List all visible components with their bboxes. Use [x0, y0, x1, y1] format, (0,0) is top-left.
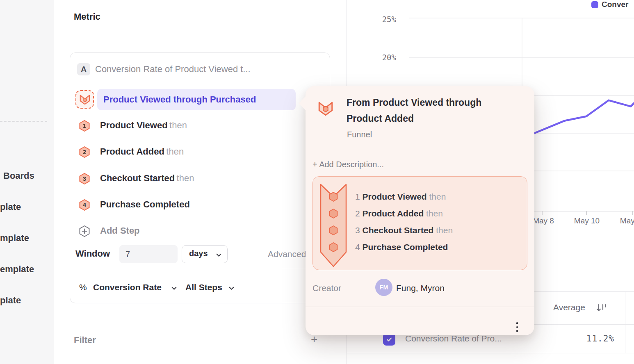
metric-panel-title: Metric: [74, 11, 100, 22]
sidebar-item-boards[interactable]: Boards: [3, 170, 34, 182]
window-unit-value: days: [189, 249, 208, 258]
measure-primary-dropdown[interactable]: Conversion Rate: [93, 282, 162, 292]
step-2-row[interactable]: Product Added then: [100, 146, 184, 157]
step-3-number: 3: [79, 173, 90, 185]
step-4-badge: 4: [79, 199, 90, 211]
sidebar-item-template-3[interactable]: emplate: [0, 263, 34, 275]
app-screen: Boards plate mplate emplate plate Metric…: [0, 0, 634, 364]
funnel-event-icon-box[interactable]: [75, 90, 94, 109]
creator-avatar: FM: [375, 279, 392, 296]
window-label: Window: [75, 248, 110, 259]
x-axis-tick-may12: May 12: [616, 216, 634, 225]
funnel-banner-icon: [319, 183, 347, 268]
window-value-input[interactable]: 7: [119, 245, 178, 263]
creator-label: Creator: [312, 283, 341, 293]
creator-name: Fung, Myron: [396, 283, 445, 293]
funnel-icon: [79, 93, 91, 106]
metric-card: A Conversion Rate of Product Viewed t...…: [70, 52, 330, 303]
step-2-number: 2: [79, 146, 90, 158]
chevron-down-icon[interactable]: [229, 287, 234, 290]
popover-title: From Product Viewed through Product Adde…: [347, 95, 511, 127]
series-a-badge: A: [77, 63, 90, 75]
funnel-steps-summary-box: 1 Product Viewed then 2 Product Added th…: [312, 176, 527, 270]
add-step-icon[interactable]: [79, 225, 90, 239]
table-row-average-value: 11.2%: [545, 334, 614, 344]
popover-step-3: 3 Checkout Started then: [355, 225, 453, 238]
popover-type-label: Funnel: [347, 130, 372, 139]
series-title: Conversion Rate of Product Viewed t...: [95, 64, 251, 75]
step-3-row[interactable]: Checkout Started then: [100, 173, 194, 184]
checkmark-icon: [385, 336, 393, 343]
step-1-row[interactable]: Product Viewed then: [100, 120, 187, 131]
filter-section-label: Filter: [74, 335, 96, 346]
card-divider: [70, 269, 330, 269]
selected-funnel-name[interactable]: Product Viewed through Purchased: [97, 89, 296, 110]
chevron-down-icon[interactable]: [171, 287, 177, 290]
step-3-badge: 3: [79, 173, 90, 185]
step-1-badge: 1: [79, 120, 90, 132]
step-4-number: 4: [79, 199, 90, 211]
popover-step-4: 4 Purchase Completed: [355, 242, 448, 255]
measure-prefix: %: [79, 282, 87, 292]
average-column-header[interactable]: Average: [553, 303, 585, 312]
conversion-rate-series-line: [520, 84, 634, 139]
sidebar-item-template-1[interactable]: plate: [0, 201, 21, 213]
popover-step-1: 1 Product Viewed then: [355, 192, 446, 204]
left-sidebar: Boards plate mplate emplate plate: [0, 0, 54, 364]
table-row-border: [347, 353, 634, 353]
advanced-link[interactable]: Advanced: [268, 249, 306, 259]
funnel-icon: [317, 100, 334, 117]
sidebar-item-template-4[interactable]: plate: [0, 294, 21, 307]
window-unit-select[interactable]: days: [182, 245, 228, 263]
measure-secondary-dropdown[interactable]: All Steps: [185, 282, 222, 292]
funnel-details-popover: From Product Viewed through Product Adde…: [306, 86, 534, 335]
sidebar-divider: [0, 121, 47, 122]
x-axis-tick-may10: May 10: [570, 216, 604, 225]
step-4-row[interactable]: Purchase Completed: [100, 199, 190, 210]
kebab-menu-icon[interactable]: [512, 321, 522, 334]
sort-descending-icon[interactable]: [596, 303, 607, 313]
step-2-badge: 2: [79, 146, 90, 158]
popover-footer-divider: [306, 307, 534, 307]
table-column-border: [625, 291, 625, 353]
chevron-down-icon: [216, 253, 221, 257]
step-1-number: 1: [79, 120, 90, 132]
sidebar-item-template-2[interactable]: mplate: [0, 232, 29, 244]
popover-step-2: 2 Product Added then: [355, 209, 443, 221]
add-description-button[interactable]: + Add Description...: [312, 160, 384, 169]
add-step-button[interactable]: Add Step: [100, 225, 140, 236]
